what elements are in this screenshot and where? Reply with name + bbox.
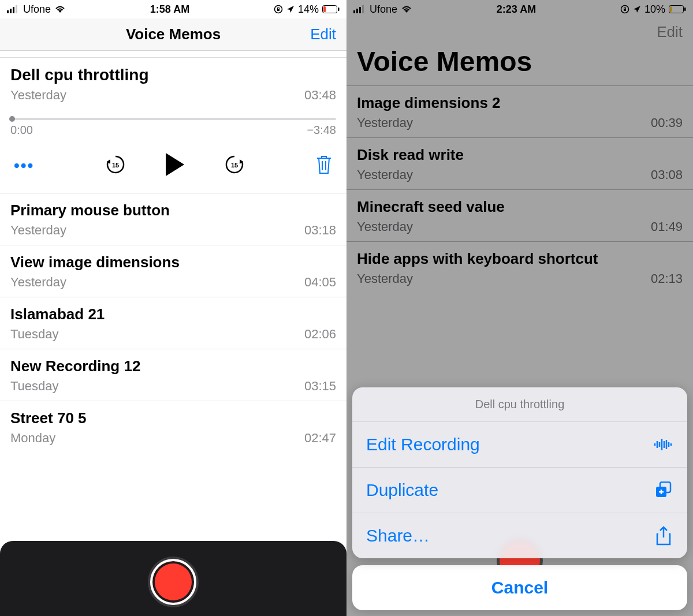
battery-percent: 14% xyxy=(298,3,319,16)
memo-date: Tuesday xyxy=(10,327,59,342)
action-sheet-title: Dell cpu throttling xyxy=(352,387,687,422)
skip-back-icon: 15 xyxy=(105,169,126,177)
remaining-time: −3:48 xyxy=(307,124,336,137)
svg-text:15: 15 xyxy=(231,162,238,169)
wifi-icon xyxy=(54,5,66,13)
svg-rect-3 xyxy=(16,5,17,13)
svg-rect-7 xyxy=(338,8,340,11)
skip-forward-icon: 15 xyxy=(223,169,245,177)
elapsed-time: 0:00 xyxy=(10,124,33,137)
page-title: Voice Memos xyxy=(126,25,221,43)
svg-rect-8 xyxy=(323,6,326,12)
share-action[interactable]: Share… xyxy=(352,513,687,558)
memo-item[interactable]: Islamabad 21 Tuesday02:06 xyxy=(0,297,346,349)
memo-date: Monday xyxy=(10,431,55,446)
record-toolbar xyxy=(0,541,346,616)
svg-rect-5 xyxy=(277,9,280,11)
memo-title: Primary mouse button xyxy=(10,201,336,219)
edit-button[interactable]: Edit xyxy=(310,25,336,43)
memo-item[interactable]: Primary mouse button Yesterday03:18 xyxy=(0,193,346,245)
battery-icon xyxy=(322,5,340,13)
skip-back-15-button[interactable]: 15 xyxy=(102,151,129,180)
memo-duration: 03:48 xyxy=(304,88,336,103)
play-button[interactable] xyxy=(161,150,189,181)
memo-title: Street 70 5 xyxy=(10,409,336,427)
memo-duration: 02:06 xyxy=(304,327,336,342)
signal-icon xyxy=(7,5,20,13)
memo-item[interactable]: View image dimensions Yesterday04:05 xyxy=(0,245,346,297)
memo-date: Tuesday xyxy=(10,379,59,394)
edit-recording-action[interactable]: Edit Recording xyxy=(352,422,687,468)
svg-rect-2 xyxy=(13,7,14,13)
carrier-label: Ufone xyxy=(23,3,51,16)
action-sheet: Dell cpu throttling Edit Recording Dupli… xyxy=(352,387,687,558)
memo-duration: 02:47 xyxy=(304,431,336,446)
ellipsis-icon: ••• xyxy=(14,156,34,174)
playback-scrubber[interactable] xyxy=(10,118,336,120)
memo-item-expanded[interactable]: Dell cpu throttling Yesterday 03:48 0:00… xyxy=(0,58,346,193)
status-bar: Ufone 1:58 AM 14% xyxy=(0,0,346,18)
status-time: 1:58 AM xyxy=(150,3,189,16)
memo-duration: 04:05 xyxy=(304,275,336,290)
delete-button[interactable] xyxy=(313,152,335,179)
memo-title: Dell cpu throttling xyxy=(10,66,336,84)
action-sheet-container: Dell cpu throttling Edit Recording Dupli… xyxy=(352,387,687,610)
memo-date: Yesterday xyxy=(10,223,66,238)
svg-rect-1 xyxy=(10,9,12,13)
share-icon xyxy=(654,526,673,546)
duplicate-icon xyxy=(654,481,673,499)
svg-rect-0 xyxy=(7,10,9,13)
memo-date: Yesterday xyxy=(10,275,66,290)
skip-forward-15-button[interactable]: 15 xyxy=(221,151,248,180)
trash-icon xyxy=(315,168,333,177)
phone-screen-left: Ufone 1:58 AM 14% Voice Memos xyxy=(0,0,346,616)
scrubber-knob[interactable] xyxy=(9,116,15,122)
cancel-button[interactable]: Cancel xyxy=(352,565,687,610)
location-icon xyxy=(286,5,295,13)
memo-item[interactable]: Street 70 5 Monday02:47 xyxy=(0,401,346,453)
action-label: Share… xyxy=(366,526,430,546)
nav-bar: Voice Memos Edit xyxy=(0,18,346,51)
phone-screen-right: Ufone 2:23 AM 10% xyxy=(346,0,693,616)
memo-date: Yesterday xyxy=(10,88,66,103)
waveform-icon xyxy=(654,438,673,451)
memo-title: Islamabad 21 xyxy=(10,305,336,323)
memo-list: Dell cpu throttling Yesterday 03:48 0:00… xyxy=(0,58,346,453)
record-button[interactable] xyxy=(150,558,197,606)
action-label: Edit Recording xyxy=(366,435,480,454)
action-label: Duplicate xyxy=(366,480,438,500)
play-icon xyxy=(163,170,187,179)
svg-text:15: 15 xyxy=(112,162,119,169)
rotation-lock-icon xyxy=(274,5,283,14)
memo-item[interactable]: New Recording 12 Tuesday03:15 xyxy=(0,349,346,401)
duplicate-action[interactable]: Duplicate xyxy=(352,468,687,513)
memo-title: View image dimensions xyxy=(10,253,336,271)
memo-title: New Recording 12 xyxy=(10,357,336,375)
more-options-button[interactable]: ••• xyxy=(12,154,36,177)
list-item[interactable] xyxy=(0,51,346,58)
memo-duration: 03:18 xyxy=(304,223,336,238)
memo-duration: 03:15 xyxy=(304,379,336,394)
